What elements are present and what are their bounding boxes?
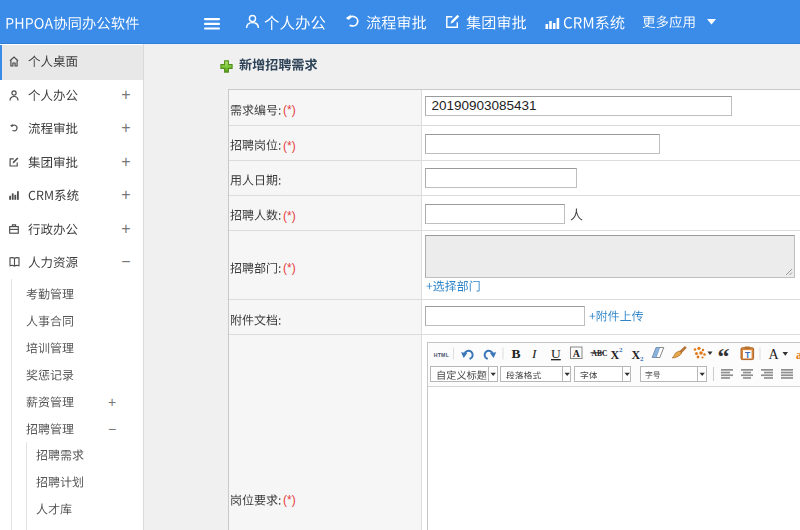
svg-text:I: I [531, 346, 538, 361]
svg-text:A: A [573, 347, 581, 358]
svg-text:2: 2 [640, 355, 644, 363]
svg-text:ABC: ABC [592, 349, 608, 358]
svg-text:T: T [745, 349, 751, 359]
svg-text:2: 2 [619, 346, 623, 354]
svg-text:B: B [512, 346, 521, 361]
svg-text:HTML: HTML [434, 352, 450, 358]
svg-text:U: U [551, 346, 561, 361]
svg-text:“: “ [718, 342, 730, 368]
svg-text:A: A [769, 346, 780, 361]
svg-text:a: a [796, 348, 800, 362]
